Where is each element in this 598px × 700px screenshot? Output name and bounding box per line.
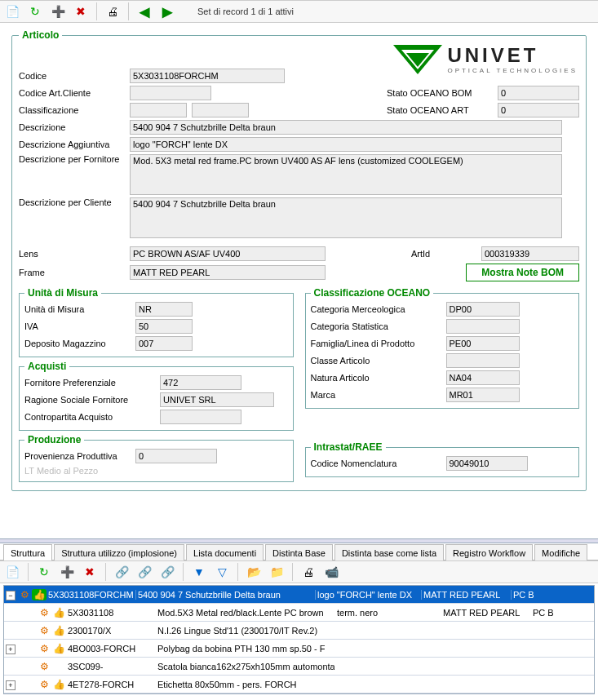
deposito-field[interactable] [135,336,193,351]
table-row[interactable]: +⚙👍4ET278-FORCHEtichetta 80x50mm - pers.… [4,676,594,693]
delete-icon[interactable]: ✖ [72,2,90,20]
produzione-legend: Produzione [24,434,84,445]
next-record-icon[interactable]: ▶ [158,2,176,20]
descrizione-label: Descrizione [19,122,125,132]
produzione-group: Produzione Provenienza Produttiva LT Med… [19,434,294,482]
classe-field[interactable] [446,353,520,368]
tab-registro-workflow[interactable]: Registro Workflow [445,544,533,560]
table-row[interactable]: ⚙3SC099-Scatola bianca162x275xh105mm aut… [4,658,594,676]
new-record-icon[interactable]: 📄 [3,2,21,20]
table-row[interactable]: ⚙👍2300170/XN.I.26 Lingue Std'11 (2300170… [4,622,594,640]
status-ok-icon: 👍 [51,679,66,690]
add2-icon[interactable]: ➕ [58,563,76,581]
cell-desc: N.I.26 Lingue Std'11 (2300170/IT Rev.2) [156,626,335,636]
marca-field[interactable] [446,388,520,402]
mostra-note-bom-button[interactable]: Mostra Note BOM [466,264,579,281]
univet-logo: UNIVET OPTICAL TECHNOLOGIES [393,44,578,74]
table-row[interactable]: −⚙👍5X3031108FORCHM5400 904 7 Schutzbrill… [4,586,594,604]
cell-code: 4ET278-FORCH [66,680,156,689]
refresh2-icon[interactable]: ↻ [35,563,53,581]
print-icon[interactable]: 🖨 [104,2,122,20]
oceano-group: Classificazione OCEANO Categoria Merceol… [305,287,580,409]
cell-code: 2300170/X [66,626,156,636]
camera-icon[interactable]: 📹 [322,563,340,581]
link-icon[interactable]: 🔗 [113,563,131,581]
acquisti-legend: Acquisti [24,361,69,372]
cell-desc: 5400 904 7 Schutzbrille Delta braun [136,590,316,600]
codice-field[interactable] [130,69,285,83]
codice-art-cliente-label: Codice Art.Cliente [19,88,125,98]
descrizione-forn-field[interactable] [130,154,562,195]
unita-group: Unità di Misura Unità di Misura IVA Depo… [19,287,294,357]
descrizione-cli-label: Descrizione per Cliente [19,197,125,207]
tab-distinta-base[interactable]: Distinta Base [265,544,333,560]
lens-field[interactable] [130,246,326,261]
bom-tree-grid[interactable]: −⚙👍5X3031108FORCHM5400 904 7 Schutzbrill… [3,585,595,694]
iva-field[interactable] [135,319,193,334]
folder-arrow-icon[interactable]: 📁 [268,563,286,581]
rag-soc-field[interactable] [160,392,274,407]
print2-icon[interactable]: 🖨 [299,563,317,581]
lens-label: Lens [19,249,125,259]
table-row[interactable]: ⚙👍5X3031108Mod.5X3 Metal red/black.Lente… [4,604,594,622]
tab-struttura-utilizzo-implosione-[interactable]: Struttura utilizzo (implosione) [54,544,184,560]
descrizione-cli-field[interactable] [130,197,562,238]
frame-label: Frame [19,268,125,277]
bottom-tabs: StrutturaStruttura utilizzo (implosione)… [0,543,598,560]
cat-merc-field[interactable] [446,302,520,317]
cell-col4: MATT RED PEARL [422,590,512,600]
remove2-icon[interactable]: ✖ [81,563,99,581]
table-row[interactable]: +⚙👍4BO003-FORCHPolybag da bobina PTH 130… [4,640,594,658]
stato-bom-label: Stato OCEANO BOM [387,88,493,98]
tab-distinta-base-come-lista[interactable]: Distinta base come lista [334,544,444,560]
famiglia-field[interactable] [446,336,520,351]
gear-icon: ⚙ [37,607,51,618]
cat-stat-field[interactable] [446,319,520,334]
filter-icon[interactable]: ▼ [190,563,208,581]
folder-icon[interactable]: 📂 [245,563,263,581]
classificazione-field2[interactable] [192,103,249,117]
classificazione-label: Classificazione [19,105,125,115]
um-field[interactable] [135,302,193,317]
cell-code: 5X3031108FORCHM [47,590,136,600]
descrizione-agg-label: Descrizione Aggiuntiva [19,140,125,149]
provenienza-field[interactable] [135,449,217,463]
article-group: Articolo UNIVET OPTICAL TECHNOLOGIES Cod… [11,29,587,491]
tab-lista-documenti[interactable]: Lista documenti [186,544,264,560]
article-legend: Articolo [19,29,62,41]
filter-clear-icon[interactable]: ▽ [213,563,231,581]
codice-art-cliente-field[interactable] [130,86,211,100]
link-del-icon[interactable]: 🔗 [158,563,176,581]
tree-new-icon[interactable]: 📄 [3,563,21,581]
tab-struttura[interactable]: Struttura [3,544,52,560]
cell-code: 5X3031108 [66,608,156,618]
contropartita-field[interactable] [160,410,241,424]
cell-code: 4BO003-FORCH [66,644,156,653]
stato-art-field[interactable] [498,103,579,117]
expand-toggle[interactable]: + [4,680,17,689]
gear-icon: ⚙ [37,679,51,690]
refresh-icon[interactable]: ↻ [26,2,44,20]
descrizione-agg-field[interactable] [130,137,562,152]
status-ok-icon: 👍 [51,643,66,654]
intrastat-group: Intrastat/RAEE Codice Nomenclatura [305,441,580,477]
status-ok-icon: 👍 [32,589,47,600]
gear-icon: ⚙ [37,661,51,672]
prev-record-icon[interactable]: ◀ [135,2,153,20]
fornitore-pref-field[interactable] [160,375,241,390]
add-icon[interactable]: ➕ [49,2,67,20]
stato-bom-field[interactable] [498,86,579,100]
cod-nomenclatura-field[interactable] [446,456,528,471]
intrastat-legend: Intrastat/RAEE [311,441,386,453]
codice-label: Codice [19,71,125,81]
expand-toggle[interactable]: − [4,590,17,600]
classificazione-field1[interactable] [130,103,187,117]
cell-extra: logo "FORCH" lente DX [316,590,422,600]
artid-field[interactable] [481,246,579,261]
descrizione-field[interactable] [130,120,562,135]
expand-toggle[interactable]: + [4,644,17,653]
link-add-icon[interactable]: 🔗 [135,563,153,581]
natura-field[interactable] [446,370,520,385]
tab-modifiche[interactable]: Modifiche [534,544,587,560]
frame-field[interactable] [130,265,326,280]
